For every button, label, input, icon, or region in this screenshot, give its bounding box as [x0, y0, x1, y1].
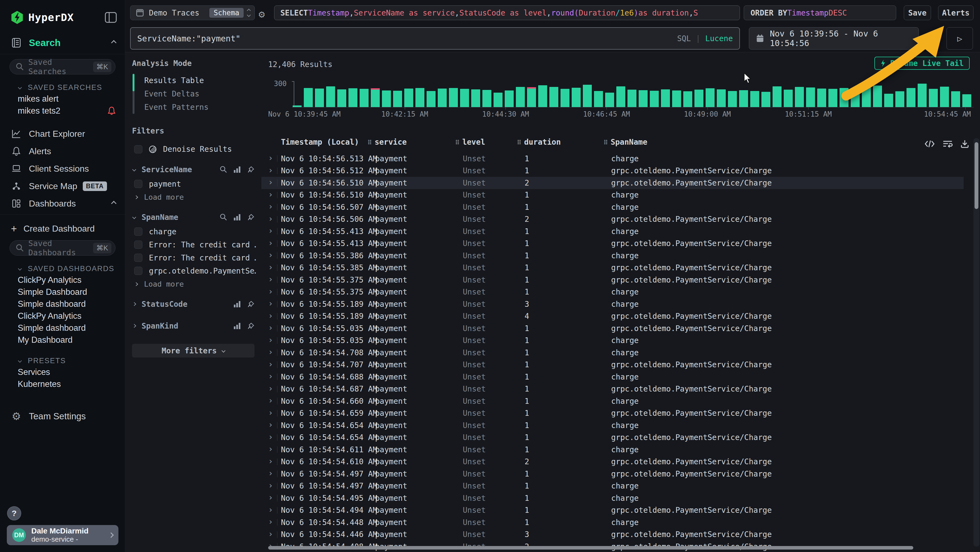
saved-dashboards-search-input[interactable]: Saved Dashboards ⌘K [10, 240, 115, 255]
histogram-bar[interactable] [940, 87, 949, 107]
table-row[interactable]: ›Nov 6 10:54:55.413 AMpaymentUnset1charg… [261, 225, 964, 238]
expand-row-icon[interactable]: › [268, 250, 273, 260]
pin-icon[interactable] [247, 322, 255, 330]
histogram-bar[interactable] [616, 86, 625, 107]
histogram-bar[interactable] [560, 89, 570, 107]
expand-row-icon[interactable]: › [268, 298, 273, 308]
source-select[interactable]: Demo Traces Schema [130, 5, 255, 20]
expand-row-icon[interactable]: › [268, 202, 273, 211]
pin-icon[interactable] [247, 213, 255, 221]
saved-search-item[interactable]: mikes tets2 [0, 105, 125, 117]
analysis-mode-option[interactable]: Event Patterns [144, 101, 208, 114]
filter-section-header[interactable]: SpanName [133, 211, 255, 223]
query-search-input[interactable]: ServiceName:"payment" SQL | Lucene [130, 27, 740, 49]
load-more-button[interactable]: Load more [135, 193, 261, 201]
histogram-bar[interactable] [449, 88, 458, 107]
alerts-button[interactable]: Alerts [938, 5, 974, 20]
table-row[interactable]: ›Nov 6 10:54:54.495 AMpaymentUnset1charg… [261, 492, 964, 504]
histogram-bar[interactable] [895, 91, 904, 107]
filter-value-option[interactable]: Error: The credit card … [134, 240, 256, 249]
expand-row-icon[interactable]: › [268, 287, 273, 296]
expand-row-icon[interactable]: › [268, 384, 273, 393]
histogram-bar[interactable] [382, 91, 391, 107]
histogram-bar[interactable] [538, 85, 547, 107]
table-row[interactable]: ›Nov 6 10:54:54.659 AMpaymentUnset1grpc.… [261, 407, 964, 420]
column-header[interactable]: ⠿level [455, 137, 485, 147]
histogram-bar[interactable] [851, 89, 860, 107]
expand-row-icon[interactable]: › [268, 468, 273, 478]
code-icon[interactable] [924, 140, 935, 148]
histogram-bar[interactable] [761, 92, 770, 107]
histogram-bar[interactable] [728, 91, 737, 107]
expand-row-icon[interactable]: › [268, 420, 273, 429]
sidebar-item-alerts[interactable]: Alerts [0, 142, 125, 160]
histogram-bar[interactable] [717, 89, 726, 107]
histogram-bar[interactable] [426, 91, 436, 107]
results-histogram[interactable] [293, 81, 974, 107]
expand-row-icon[interactable]: › [268, 177, 273, 187]
expand-row-icon[interactable]: › [268, 153, 273, 163]
bar-chart-icon[interactable] [233, 166, 241, 173]
checkbox[interactable] [134, 228, 142, 236]
histogram-bar[interactable] [795, 87, 804, 107]
filter-value-option[interactable]: payment [134, 179, 256, 188]
histogram-bar[interactable] [929, 89, 938, 107]
help-button[interactable]: ? [7, 506, 21, 520]
histogram-bar[interactable] [784, 89, 793, 107]
histogram-bar[interactable] [672, 91, 681, 107]
source-settings-gear-icon[interactable]: ⚙ [259, 8, 265, 20]
checkbox[interactable] [134, 180, 142, 188]
column-header[interactable]: ⠿service [368, 137, 407, 147]
filter-value-option[interactable]: Error: The credit card … [134, 253, 256, 262]
expand-row-icon[interactable]: › [268, 371, 273, 381]
save-button[interactable]: Save [904, 5, 931, 20]
histogram-bar[interactable] [360, 89, 369, 107]
resume-live-tail-button[interactable]: Resume Live Tail [874, 57, 970, 70]
expand-row-icon[interactable]: › [268, 408, 273, 417]
expand-row-icon[interactable]: › [268, 359, 273, 369]
expand-row-icon[interactable]: › [268, 190, 273, 199]
histogram-bar[interactable] [739, 90, 748, 107]
table-row[interactable]: ›Nov 6 10:54:54.446 AMpaymentUnset3grpc.… [261, 528, 964, 541]
expand-row-icon[interactable]: › [268, 323, 273, 332]
load-more-button[interactable]: Load more [135, 280, 261, 288]
table-row[interactable]: ›Nov 6 10:54:54.610 AMpaymentUnset2grpc.… [261, 456, 964, 468]
histogram-bar[interactable] [549, 87, 558, 107]
checkbox[interactable] [134, 241, 142, 249]
histogram-bar[interactable] [873, 86, 882, 107]
saved-dashboard-item[interactable]: My Dashboard [0, 334, 125, 346]
drag-handle-icon[interactable]: ⠿ [455, 139, 460, 146]
table-row[interactable]: ›Nov 6 10:54:55.413 AMpaymentUnset1grpc.… [261, 238, 964, 250]
expand-row-icon[interactable]: › [268, 347, 273, 357]
table-row[interactable]: ›Nov 6 10:54:55.385 AMpaymentUnset1grpc.… [261, 262, 964, 274]
histogram-bar[interactable] [828, 89, 837, 107]
preset-item[interactable]: Services [0, 366, 125, 378]
histogram-bar[interactable] [404, 89, 413, 107]
saved-searches-section-header[interactable]: SAVED SEARCHES [0, 82, 125, 93]
wrap-lines-icon[interactable] [942, 140, 953, 148]
table-row[interactable]: ›Nov 6 10:54:54.708 AMpaymentUnset1charg… [261, 346, 964, 359]
histogram-bar[interactable] [627, 89, 636, 107]
chevron-up-icon[interactable] [111, 40, 116, 46]
table-row[interactable]: ›Nov 6 10:54:54.494 AMpaymentUnset1grpc.… [261, 504, 964, 517]
table-row[interactable]: ›Nov 6 10:54:56.510 AMpaymentUnset2grpc.… [261, 177, 964, 189]
expand-row-icon[interactable]: › [268, 444, 273, 454]
histogram-bar[interactable] [505, 91, 514, 107]
filter-value-option[interactable]: charge [134, 227, 256, 236]
table-row[interactable]: ›Nov 6 10:54:54.448 AMpaymentUnset1charg… [261, 516, 964, 528]
analysis-mode-option[interactable]: Event Deltas [144, 87, 208, 101]
histogram-bar[interactable] [326, 86, 335, 107]
table-row[interactable]: ›Nov 6 10:54:56.507 AMpaymentUnset1charg… [261, 201, 964, 213]
expand-row-icon[interactable]: › [268, 226, 273, 235]
table-row[interactable]: ›Nov 6 10:54:54.497 AMpaymentUnset1charg… [261, 480, 964, 492]
histogram-bar[interactable] [471, 89, 480, 107]
preset-item[interactable]: Kubernetes [0, 378, 125, 390]
column-header[interactable]: ⠿duration [517, 137, 561, 147]
analysis-mode-option[interactable]: Results Table [144, 74, 208, 87]
histogram-bar[interactable] [639, 90, 648, 107]
histogram-bar[interactable] [393, 91, 402, 107]
search-icon[interactable] [220, 213, 227, 221]
table-row[interactable]: ›Nov 6 10:54:54.654 AMpaymentUnset1charg… [261, 419, 964, 432]
expand-row-icon[interactable]: › [268, 456, 273, 466]
pin-icon[interactable] [247, 166, 255, 173]
